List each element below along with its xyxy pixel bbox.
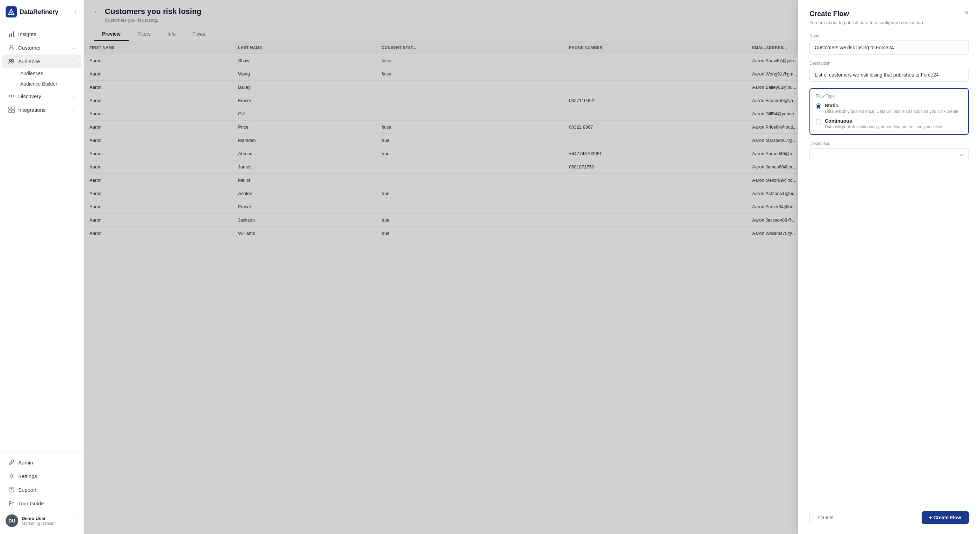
radio-static-option: Static Data will only publish once. Data… [816,103,963,114]
sidebar-item-tour-guide[interactable]: Tour Guide [2,497,81,510]
user-name: Demo User [22,516,56,521]
sidebar-label-integrations: Integrations [18,107,45,113]
bar-chart-icon [8,31,15,37]
logo-text: DataRefinery [19,8,58,16]
integrations-chevron: ⌄ [72,107,75,112]
description-field-group: Description [810,61,969,82]
logo-area: DataRefinery [6,6,58,17]
sidebar-label-insights: Insights [18,31,37,37]
modal-header: Create Flow × [810,10,969,18]
name-input[interactable] [810,41,969,54]
create-flow-modal: Create Flow × You are about to publish d… [798,0,980,534]
sidebar-label-admin: Admin [18,459,33,466]
radio-continuous[interactable] [816,119,821,124]
svg-point-14 [11,475,13,477]
destination-label: Destination [810,141,969,146]
sidebar-subitem-audiences[interactable]: Audiences [16,68,81,79]
sidebar-item-settings[interactable]: Settings [2,469,81,483]
flow-type-label: Flow Type [816,94,963,99]
static-desc: Data will only publish once. Data will p… [825,109,960,114]
svg-rect-12 [9,110,11,113]
svg-point-7 [10,59,11,62]
user-role: Marketing Director [22,521,56,526]
sidebar-item-integrations[interactable]: Integrations ⌄ [2,103,81,116]
logo-icon [6,6,17,17]
sidebar-item-customer[interactable]: Customer ⌄ [2,41,81,54]
cancel-button[interactable]: Cancel [810,511,842,524]
group-icon [8,58,15,64]
sidebar: DataRefinery ‹ Insights ⌄ [0,0,84,534]
svg-rect-5 [13,32,14,37]
insights-chevron: ⌄ [72,32,75,37]
question-icon [8,486,15,493]
svg-rect-13 [12,110,14,113]
code-icon [8,93,15,99]
modal-footer: Cancel + Create Flow [810,505,969,524]
name-field-group: Name [810,33,969,54]
modal-title: Create Flow [810,10,849,18]
sidebar-item-discovery[interactable]: Discovery ⌄ [2,89,81,103]
create-flow-button[interactable]: + Create Flow [922,511,969,524]
wrench-icon [8,459,15,466]
svg-line-9 [11,94,12,98]
sidebar-label-tour-guide: Tour Guide [18,501,44,506]
name-label: Name [810,33,969,38]
sidebar-item-support[interactable]: Support [2,483,81,496]
user-more-icon[interactable]: ⋮ [72,517,78,524]
svg-point-8 [12,60,14,62]
grid-icon [8,106,15,113]
avatar: DU [6,515,18,527]
modal-subtitle: You are about to publish data to a confi… [810,20,969,25]
description-input[interactable] [810,68,969,82]
sidebar-logo: DataRefinery ‹ [0,0,84,24]
radio-static[interactable] [816,103,821,109]
sidebar-nav: Insights ⌄ Customer ⌄ [0,24,84,452]
static-label: Static [825,103,960,108]
collapse-button[interactable]: ‹ [73,7,78,17]
sidebar-label-customer: Customer [18,45,41,51]
svg-rect-3 [9,34,10,37]
flag-icon [8,500,15,506]
svg-point-6 [10,45,13,48]
svg-point-16 [11,491,12,491]
svg-rect-11 [12,107,14,110]
discovery-chevron: ⌄ [72,94,75,99]
sidebar-bottom: Admin Settings Support [0,452,84,534]
continuous-desc: Data will publish continuously depending… [825,124,943,129]
sidebar-item-admin[interactable]: Admin [2,456,81,469]
modal-close-button[interactable]: × [964,9,969,17]
flow-type-box: Flow Type Static Data will only publish … [810,88,969,135]
audience-chevron: ⌃ [72,59,75,64]
svg-rect-10 [9,107,11,110]
sidebar-item-audience[interactable]: Audience ⌃ [2,54,81,68]
customer-chevron: ⌄ [72,45,75,50]
sidebar-label-settings: Settings [18,473,37,479]
description-label: Description [810,61,969,66]
person-icon [8,44,15,51]
sidebar-label-audience: Audience [18,58,40,64]
gear-icon [8,473,15,479]
sidebar-subitem-audience-builder[interactable]: Audience Builder [16,79,81,89]
sidebar-label-discovery: Discovery [18,93,41,99]
user-area[interactable]: DU Demo User Marketing Director ⋮ [0,510,84,531]
destination-select[interactable] [810,148,969,162]
audience-subnav: Audiences Audience Builder [16,68,81,89]
sidebar-item-insights[interactable]: Insights ⌄ [2,27,81,41]
sidebar-label-support: Support [18,487,37,493]
radio-continuous-option: Continuous Data will publish continuousl… [816,118,963,129]
destination-group: Destination [810,141,969,162]
svg-rect-4 [11,33,12,37]
svg-point-2 [10,11,12,14]
continuous-label: Continuous [825,118,943,124]
